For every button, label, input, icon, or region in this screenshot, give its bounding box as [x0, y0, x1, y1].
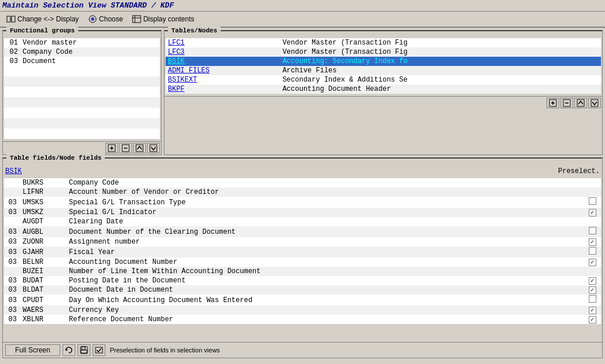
tables-btn-4[interactable]: [588, 98, 601, 108]
preselect-checkbox[interactable]: [589, 197, 596, 205]
display-contents-label: Display contents: [143, 15, 194, 23]
field-desc: Document Number of the Clearing Document: [67, 226, 584, 237]
field-check-col: [584, 237, 601, 247]
preselect-checkbox[interactable]: [589, 238, 596, 246]
preselect-checkbox[interactable]: [589, 295, 596, 303]
field-name: AUGBL: [20, 226, 67, 237]
svg-rect-25: [96, 347, 102, 353]
field-num: 03: [4, 258, 20, 267]
preselect-checkbox[interactable]: [589, 286, 596, 294]
field-desc: Clearing Date: [67, 217, 584, 226]
svg-rect-23: [82, 347, 85, 350]
svg-point-4: [91, 17, 94, 21]
table-code: BSIK: [168, 57, 185, 65]
preselect-checkbox[interactable]: [589, 247, 596, 255]
field-check-col: [584, 285, 601, 295]
field-row: AUGDT Clearing Date: [4, 217, 601, 226]
func-btn-1[interactable]: [105, 143, 118, 153]
field-row: 03 WAERS Currency Key: [4, 306, 601, 315]
preselect-icon-button[interactable]: [93, 344, 105, 356]
functional-group-row[interactable]: 03Document: [4, 57, 160, 66]
table-node-row[interactable]: LFC3Vendor Master (Transaction Fig: [166, 47, 601, 57]
field-num: 03: [4, 197, 20, 208]
field-check-col: [584, 197, 601, 208]
field-name: XBLNR: [20, 315, 67, 324]
tables-nodes-toolbar: [164, 96, 602, 109]
table-code-cell: BKPF: [166, 84, 280, 94]
table-node-row[interactable]: ADMI_FILESArchive Files: [166, 66, 601, 75]
functional-groups-header: Functional groups: [3, 31, 161, 39]
table-desc-cell: Vendor Master (Transaction Fig: [280, 47, 601, 57]
preselect-checkbox[interactable]: [589, 227, 596, 234]
functional-groups-panel: Functional groups 01Vendor master02Compa…: [2, 30, 162, 155]
field-name: ZUONR: [20, 237, 67, 247]
func-btn-3[interactable]: [133, 143, 146, 153]
tables-btn-1[interactable]: [547, 98, 559, 108]
functional-group-row[interactable]: 02Company Code: [4, 47, 160, 57]
field-name: UMSKZ: [20, 208, 67, 217]
field-num: [4, 217, 20, 226]
field-desc: Company Code: [67, 178, 584, 187]
field-name: BUZEI: [20, 267, 67, 276]
table-code: LFC1: [168, 39, 185, 47]
func-group-num: 02: [4, 47, 20, 57]
table-desc-cell: Secondary Index & Additions Se: [280, 75, 601, 84]
tables-btn-2[interactable]: [560, 98, 573, 108]
fields-content: BUKRS Company Code LIFNR Account Number …: [3, 177, 602, 342]
field-desc: Number of Line Item Within Accounting Do…: [67, 267, 584, 276]
status-message: Preselection of fields in selection view…: [108, 347, 220, 354]
func-group-num: 03: [4, 57, 20, 66]
field-row: 03 BUDAT Posting Date in the Document: [4, 276, 601, 285]
func-btn-2[interactable]: [119, 143, 132, 153]
field-desc: Day On Which Accounting Document Was Ent…: [67, 295, 584, 306]
fullscreen-button[interactable]: Full Screen: [5, 344, 60, 356]
field-row: 03 UMSKS Special G/L Transaction Type: [4, 197, 601, 208]
field-check-col: [584, 258, 601, 267]
field-row: BUZEI Number of Line Item Within Account…: [4, 267, 601, 276]
table-code-cell: ADMI_FILES: [166, 66, 280, 75]
field-desc: Assignment number: [67, 237, 584, 247]
preselect-checkbox[interactable]: [589, 316, 596, 323]
field-desc: Special G/L Indicator: [67, 208, 584, 217]
main-content: Functional groups 01Vendor master02Compa…: [0, 28, 605, 361]
field-check-col: [584, 208, 601, 217]
choose-button[interactable]: Choose: [84, 13, 127, 25]
field-check-col: [584, 226, 601, 237]
field-num: 03: [4, 285, 20, 295]
table-node-row[interactable]: BSIKAccounting: Secondary Index fo: [166, 57, 601, 66]
preselect-checkbox[interactable]: [589, 209, 596, 216]
field-num: 03: [4, 315, 20, 324]
preselect-checkbox[interactable]: [589, 259, 596, 266]
field-num: 03: [4, 295, 20, 306]
table-desc-cell: Accounting: Secondary Index fo: [280, 57, 601, 66]
current-table-link[interactable]: BSIK: [5, 167, 22, 175]
field-num: [4, 178, 20, 187]
field-name: BUDAT: [20, 276, 67, 285]
field-num: 03: [4, 247, 20, 258]
functional-group-row[interactable]: 01Vendor master: [4, 38, 160, 47]
table-node-row[interactable]: BKPFAccounting Document Header: [166, 84, 601, 94]
table-node-row[interactable]: BSIKEXTSecondary Index & Additions Se: [166, 75, 601, 84]
field-check-col: [584, 306, 601, 315]
field-row: LIFNR Account Number of Vendor or Credit…: [4, 187, 601, 197]
field-row: 03 CPUDT Day On Which Accounting Documen…: [4, 295, 601, 306]
change-display-button[interactable]: Change <-> Display: [2, 13, 83, 25]
table-node-row[interactable]: LFC1Vendor Master (Transaction Fig: [166, 38, 601, 47]
field-desc: Special G/L Transaction Type: [67, 197, 584, 208]
preselect-checkbox[interactable]: [589, 307, 596, 314]
fields-save-button[interactable]: [78, 344, 90, 356]
fields-refresh-button[interactable]: [63, 344, 75, 356]
display-contents-button[interactable]: Display contents: [128, 13, 198, 25]
preselect-column-header: Preselect.: [558, 167, 600, 175]
preselect-checkbox[interactable]: [589, 277, 596, 285]
choose-icon: [88, 14, 97, 24]
field-desc: Fiscal Year: [67, 247, 584, 258]
func-btn-4[interactable]: [147, 143, 160, 153]
field-num: 03: [4, 237, 20, 247]
field-num: 03: [4, 208, 20, 217]
field-name: LIFNR: [20, 187, 67, 197]
svg-rect-5: [133, 16, 141, 23]
tables-btn-3[interactable]: [574, 98, 587, 108]
table-code: BKPF: [168, 85, 185, 93]
table-code-cell: LFC3: [166, 47, 280, 57]
